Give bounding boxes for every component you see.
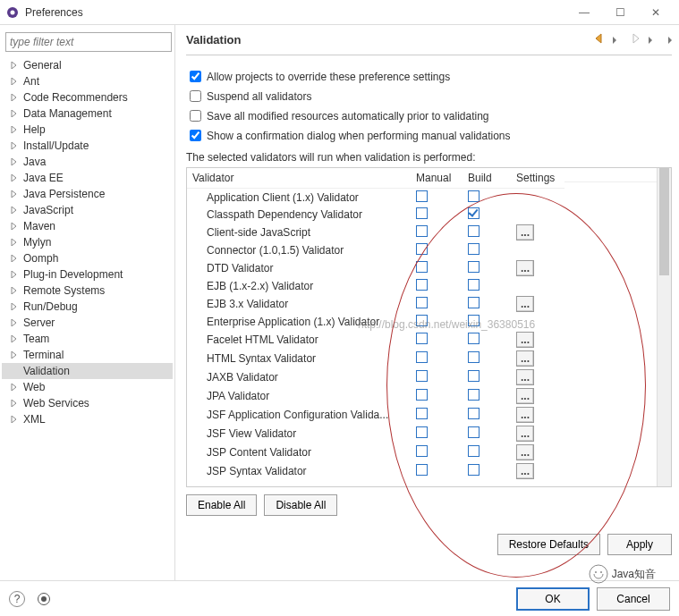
settings-button[interactable]: ...: [516, 350, 534, 367]
settings-button[interactable]: ...: [516, 444, 534, 460]
settings-button[interactable]: ...: [516, 463, 534, 479]
table-row[interactable]: Classpath Dependency Validator: [187, 206, 657, 223]
manual-checkbox[interactable]: [416, 279, 428, 291]
ok-button[interactable]: OK: [516, 587, 590, 611]
table-row[interactable]: JPA Validator...: [187, 386, 657, 405]
manual-checkbox[interactable]: [416, 445, 428, 457]
build-checkbox[interactable]: [468, 261, 480, 273]
tree-item[interactable]: XML: [2, 411, 173, 427]
page-menu-icon[interactable]: [668, 37, 672, 44]
build-checkbox[interactable]: [468, 408, 480, 419]
opt-override[interactable]: Allow projects to override these prefere…: [186, 68, 672, 85]
forward-icon[interactable]: [629, 32, 643, 47]
tree-item[interactable]: Java Persistence: [2, 186, 173, 202]
tree-item[interactable]: Terminal: [2, 347, 173, 363]
build-checkbox[interactable]: [468, 370, 480, 382]
tree-item[interactable]: Ant: [2, 73, 173, 89]
manual-checkbox[interactable]: [416, 333, 428, 344]
maximize-button[interactable]: ☐: [602, 3, 638, 22]
tree-item[interactable]: Help: [2, 122, 173, 138]
manual-checkbox[interactable]: [416, 426, 428, 438]
tree-item[interactable]: Run/Debug: [2, 299, 173, 315]
tree-item[interactable]: Oomph: [2, 250, 173, 266]
table-row[interactable]: Client-side JavaScript...: [187, 223, 657, 241]
build-checkbox[interactable]: [468, 351, 480, 363]
tree-item[interactable]: General: [2, 57, 173, 73]
manual-checkbox[interactable]: [416, 261, 428, 273]
manual-checkbox[interactable]: [416, 389, 428, 401]
build-checkbox[interactable]: [468, 243, 480, 255]
tree-item[interactable]: Remote Systems: [2, 283, 173, 299]
tree-item[interactable]: Maven: [2, 218, 173, 234]
back-menu-icon[interactable]: [613, 37, 616, 44]
table-row[interactable]: JAXB Validator...: [187, 367, 657, 386]
manual-checkbox[interactable]: [416, 297, 428, 308]
table-row[interactable]: JSF View Validator...: [187, 424, 657, 443]
opt-saveall[interactable]: Save all modified resources automaticall…: [186, 107, 672, 124]
build-checkbox[interactable]: [468, 207, 480, 219]
table-row[interactable]: EJB (1.x-2.x) Validator: [187, 277, 657, 294]
help-icon[interactable]: ?: [9, 591, 25, 607]
tree-item[interactable]: Data Management: [2, 105, 173, 122]
settings-button[interactable]: ...: [516, 426, 534, 442]
preferences-tree[interactable]: GeneralAntCode RecommendersData Manageme…: [2, 57, 173, 427]
apply-button[interactable]: Apply: [607, 534, 672, 555]
settings-button[interactable]: ...: [516, 332, 534, 348]
build-checkbox[interactable]: [468, 333, 480, 344]
table-row[interactable]: JSF Application Configuration Valida....…: [187, 405, 657, 424]
tree-item[interactable]: Web: [2, 379, 173, 395]
table-row[interactable]: Enterprise Application (1.x) Validator: [187, 313, 657, 330]
build-checkbox[interactable]: [468, 315, 480, 326]
cancel-button[interactable]: Cancel: [597, 587, 670, 611]
tree-item[interactable]: Mylyn: [2, 234, 173, 250]
tree-item[interactable]: Plug-in Development: [2, 266, 173, 283]
manual-checkbox[interactable]: [416, 351, 428, 363]
settings-button[interactable]: ...: [516, 224, 534, 240]
table-row[interactable]: Application Client (1.x) Validator: [187, 189, 657, 206]
manual-checkbox[interactable]: [416, 190, 428, 202]
manual-checkbox[interactable]: [416, 243, 428, 255]
opt-suspend[interactable]: Suspend all validators: [186, 88, 672, 105]
settings-button[interactable]: ...: [516, 296, 534, 312]
vertical-scrollbar[interactable]: [657, 168, 671, 486]
settings-button[interactable]: ...: [516, 388, 534, 404]
tree-item[interactable]: Java EE: [2, 170, 173, 186]
tree-item[interactable]: Team: [2, 331, 173, 347]
tree-item[interactable]: Server: [2, 315, 173, 331]
table-row[interactable]: EJB 3.x Validator...: [187, 294, 657, 313]
build-checkbox[interactable]: [468, 389, 480, 401]
settings-button[interactable]: ...: [516, 260, 534, 276]
table-row[interactable]: JSP Content Validator...: [187, 443, 657, 461]
table-row[interactable]: HTML Syntax Validator...: [187, 349, 657, 367]
opt-confirm[interactable]: Show a confirmation dialog when performi…: [186, 127, 672, 144]
manual-checkbox[interactable]: [416, 464, 428, 476]
forward-menu-icon[interactable]: [649, 37, 652, 44]
tree-item[interactable]: Code Recommenders: [2, 89, 173, 105]
filter-input[interactable]: [5, 32, 172, 52]
restore-defaults-button[interactable]: Restore Defaults: [497, 534, 600, 555]
tree-item[interactable]: Web Services: [2, 395, 173, 411]
tree-item[interactable]: Validation: [2, 363, 173, 379]
minimize-button[interactable]: —: [566, 3, 602, 22]
build-checkbox[interactable]: [468, 464, 480, 476]
tree-item[interactable]: Java: [2, 154, 173, 170]
build-checkbox[interactable]: [468, 190, 480, 202]
build-checkbox[interactable]: [468, 445, 480, 457]
build-checkbox[interactable]: [468, 279, 480, 291]
settings-button[interactable]: ...: [516, 369, 534, 385]
enable-all-button[interactable]: Enable All: [186, 494, 257, 516]
record-icon[interactable]: [38, 593, 50, 605]
manual-checkbox[interactable]: [416, 225, 428, 237]
manual-checkbox[interactable]: [416, 370, 428, 382]
manual-checkbox[interactable]: [416, 207, 428, 219]
tree-item[interactable]: JavaScript: [2, 202, 173, 218]
manual-checkbox[interactable]: [416, 315, 428, 326]
settings-button[interactable]: ...: [516, 407, 534, 423]
table-row[interactable]: DTD Validator...: [187, 258, 657, 277]
build-checkbox[interactable]: [468, 426, 480, 438]
table-row[interactable]: Facelet HTML Validator...: [187, 330, 657, 349]
close-button[interactable]: ✕: [638, 3, 674, 22]
back-icon[interactable]: [593, 32, 607, 47]
build-checkbox[interactable]: [468, 297, 480, 308]
disable-all-button[interactable]: Disable All: [264, 494, 337, 516]
